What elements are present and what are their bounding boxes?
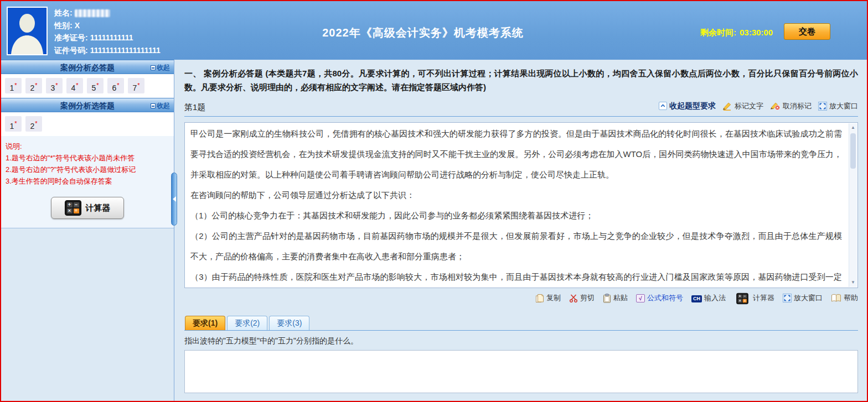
person-silhouette-icon (8, 8, 46, 54)
answer-input[interactable] (184, 350, 858, 393)
formula-symbols-button[interactable]: √公式和符号 (636, 293, 683, 303)
question-button[interactable]: 1* (5, 78, 22, 93)
toolbar-item-label: 公式和符号 (647, 293, 683, 303)
mark-text-button[interactable]: 标记文字 (722, 101, 763, 111)
requirement-prompt: 指出波特的"五力模型"中的"五力"分别指的是什么。 (184, 336, 858, 346)
cut-icon (569, 294, 578, 302)
candidate-info: 姓名: 性别:X 准考证号:11111111111 证件号码:111111111… (54, 7, 163, 56)
passage-paragraph: 在咨询顾问的帮助下，公司领导层通过分析达成了以下共识： (190, 185, 842, 205)
question-button-area: 1*2*3*4*5*6*7* (1, 74, 174, 98)
page-title: 2022年《高级会计实务》机考模考系统 (167, 25, 679, 40)
question-button-area: 1*2* (1, 112, 174, 136)
question-header-row: 第1题 收起题型要求标记文字取消标记放大窗口 (184, 101, 858, 117)
name-value-redacted (75, 9, 110, 17)
section-title: 案例分析必答题 (60, 63, 115, 72)
collapse-label: 收起 (157, 64, 170, 71)
calculator-icon: +−×= (65, 200, 81, 216)
enlarge-window-button[interactable]: 放大窗口 (818, 101, 858, 111)
question-button[interactable]: 4* (66, 78, 83, 93)
legend-notes-title: 说明: (6, 140, 169, 152)
copy-button[interactable]: 复制 (535, 293, 561, 303)
question-button[interactable]: 7* (128, 78, 144, 93)
expand-icon (818, 102, 827, 111)
question-nav-panel: 案例分析必答题收起1*2*3*4*5*6*7*案例分析选答题收起1*2* 说明:… (1, 60, 174, 228)
tab-requirement-3[interactable]: 要求(3) (269, 316, 309, 330)
collapse-minus-icon (151, 65, 156, 70)
id-no-value: 111111111111111111 (90, 46, 161, 55)
question-num: 2 (30, 83, 34, 92)
passage-paragraph: 甲公司是一家刚成立的生物科技公司，凭借拥有的核心基因技术和强大的研发能力获得了多… (190, 123, 842, 185)
passage-paragraph: （2）公司的主营产品针对的是基因药物市场，目前基因药物市场的规模并不是很大，但发… (190, 226, 842, 267)
help-button[interactable]: 帮助 (831, 293, 858, 303)
cut-button[interactable]: 剪切 (569, 293, 595, 303)
candidate-photo (7, 7, 48, 55)
submit-paper-button[interactable]: 交卷 (784, 23, 830, 40)
unanswered-mark: * (14, 120, 17, 127)
question-nav-sidebar: 案例分析必答题收起1*2*3*4*5*6*7*案例分析选答题收起1*2* 说明:… (1, 60, 174, 401)
requirement-tabs: 要求(1)要求(2)要求(3) (184, 316, 858, 331)
unanswered-mark: * (35, 120, 37, 127)
tab-requirement-1[interactable]: 要求(1) (185, 316, 225, 330)
paste-button[interactable]: 粘贴 (603, 293, 628, 303)
unanswered-mark: * (14, 82, 17, 88)
tab-requirement-2[interactable]: 要求(2) (227, 316, 267, 330)
toolbar-item-label: 粘贴 (613, 293, 628, 303)
question-num: 5 (91, 83, 96, 92)
remaining-time-value: 03:30:00 (740, 28, 773, 37)
toolbar-item-label: 输入法 (704, 293, 726, 303)
admission-no-label: 准考证号: (54, 33, 88, 42)
question-num: 4 (71, 83, 75, 92)
question-toolbar: 收起题型要求标记文字取消标记放大窗口 (659, 101, 858, 111)
expand-icon (783, 294, 792, 302)
legend-notes: 说明: 1.题号右边的"*"符号代表该小题尚未作答2.题号右边的"?"符号代表该… (1, 136, 174, 188)
question-button[interactable]: 3* (46, 78, 63, 93)
passage-paragraph: （3）由于药品的特殊性质，医院和医生对产品市场的影响较大，市场相对较为集中，而且… (190, 267, 842, 288)
input-method-button[interactable]: CH输入法 (691, 293, 726, 303)
cancel-mark-button[interactable]: 取消标记 (770, 101, 812, 111)
question-button[interactable]: 1* (5, 116, 22, 132)
admission-no-value: 11111111111 (90, 33, 133, 42)
question-num: 2 (30, 122, 34, 130)
unanswered-mark: * (137, 82, 140, 88)
help-icon (831, 294, 841, 302)
unanswered-mark: * (76, 82, 78, 88)
collapse-section-link[interactable]: 收起 (151, 98, 170, 113)
collapse-up-icon (659, 102, 667, 111)
id-no-label: 证件号码: (54, 46, 88, 55)
unanswered-mark: * (55, 82, 58, 88)
legend-note-item: 2.题号右边的"?"符号代表该小题做过标记 (6, 164, 169, 175)
collapse-section-link[interactable]: 收起 (151, 60, 170, 75)
toolbar-item-label: 计算器 (753, 293, 774, 303)
toolbar-item-label: 复制 (546, 293, 561, 303)
cancel-mark-icon (770, 102, 781, 111)
formula-icon: √ (636, 294, 645, 302)
collapse-requirements-button[interactable]: 收起题型要求 (659, 101, 716, 111)
section-header: 案例分析必答题收起 (1, 60, 174, 74)
calculator-button[interactable]: +−×=计算器 (734, 290, 774, 306)
exam-header: 姓名: 性别:X 准考证号:11111111111 证件号码:111111111… (1, 1, 867, 60)
highlighter-icon (722, 102, 732, 111)
question-button[interactable]: 2* (25, 116, 42, 132)
question-button[interactable]: 6* (107, 78, 124, 93)
remaining-time: 剩余时间:03:30:00 (700, 28, 773, 38)
question-num: 6 (112, 83, 116, 92)
passage-scrollbar[interactable]: ▲ ▼ (849, 123, 857, 287)
question-button[interactable]: 5* (87, 78, 104, 93)
question-num: 3 (50, 83, 55, 92)
legend-note-item: 1.题号右边的"*"符号代表该小题尚未作答 (6, 152, 169, 164)
scrollbar-thumb[interactable] (850, 133, 856, 169)
toolbar-item-label: 帮助 (844, 293, 858, 303)
section-title: 案例分析选答题 (60, 101, 115, 110)
input-method-icon: CH (691, 294, 702, 302)
scroll-down-icon[interactable]: ▼ (849, 279, 857, 286)
copy-icon (535, 294, 544, 303)
toolbar-item-label: 剪切 (580, 293, 595, 303)
scroll-up-icon[interactable]: ▲ (849, 124, 857, 132)
question-button[interactable]: 2* (25, 78, 42, 93)
calculator-icon: +−×= (734, 290, 751, 306)
enlarge-window-button[interactable]: 放大窗口 (783, 293, 823, 303)
calculator-launcher-button[interactable]: +−×= 计算器 (51, 197, 124, 219)
toolbar-item-label: 收起题型要求 (669, 101, 716, 111)
remaining-time-label: 剩余时间: (700, 28, 736, 37)
editor-toolbar: 复制剪切粘贴√公式和符号CH输入法+−×=计算器放大窗口帮助 (184, 290, 858, 306)
